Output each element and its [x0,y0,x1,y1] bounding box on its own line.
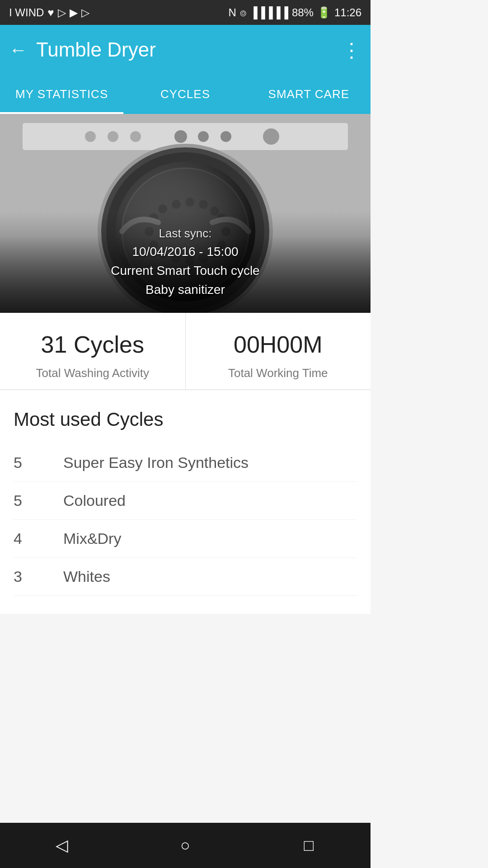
cycle-name-3: Mix&Dry [63,530,357,547]
device-image-area: Last sync: 10/04/2016 - 15:00 Current Sm… [0,114,371,313]
nav-recent-icon: □ [304,836,314,855]
svg-point-5 [130,131,141,142]
status-bar: I WIND ♥ ▷ ▶ ▷ N ⌾ ▐▐▐▐▐ 88% 🔋 11:26 [0,0,371,25]
tab-bar: MY STATISTICS CYCLES SMART CARE [0,75,371,114]
carrier-text: I WIND [9,6,44,19]
nav-home-icon: ○ [180,836,190,855]
menu-button[interactable]: ⋮ [342,38,361,61]
svg-point-7 [198,131,209,142]
health-icon: ♥ [47,6,54,19]
tab-my-statistics-label: MY STATISTICS [15,87,108,101]
cycle-count-4: 3 [14,568,45,585]
last-sync-date: 10/04/2016 - 15:00 [14,242,357,261]
svg-point-9 [263,128,279,145]
tab-smart-care-label: SMART CARE [268,87,350,101]
time-text: 11:26 [334,6,361,19]
battery-text: 88% [292,6,314,19]
nav-home-button[interactable]: ○ [172,832,199,859]
sync-info: Last sync: 10/04/2016 - 15:00 Current Sm… [14,225,357,299]
play-icon: ▷ [58,6,66,19]
app-bar: ← Tumble Dryer ⋮ [0,25,371,75]
cycle-count-1: 5 [14,454,45,472]
list-item: 4 Mix&Dry [14,520,357,558]
device-image-overlay: Last sync: 10/04/2016 - 15:00 Current Sm… [0,211,371,313]
status-left: I WIND ♥ ▷ ▶ ▷ [9,6,89,19]
stat-washing-value: 31 Cycles [9,331,176,358]
list-item: 5 Coloured [14,482,357,520]
cycle-name-1: Super Easy Iron Synthetics [63,454,357,472]
svg-point-3 [85,131,96,142]
cycle-name: Baby sanitizer [14,280,357,299]
svg-point-4 [108,131,118,142]
tab-cycles-label: CYCLES [160,87,210,101]
stat-total-working: 00H00M Total Working Time [186,313,371,389]
cycle-count-2: 5 [14,492,45,509]
tab-smart-care[interactable]: SMART CARE [247,75,371,114]
cycle-name-2: Coloured [63,492,357,509]
stats-row: 31 Cycles Total Washing Activity 00H00M … [0,313,371,390]
stat-washing-label: Total Washing Activity [36,366,149,380]
cast2-icon: ▷ [81,6,89,19]
list-item: 3 Whites [14,558,357,596]
last-sync-label: Last sync: [14,225,357,242]
nav-back-icon: ◁ [56,836,68,855]
cycle-label: Current Smart Touch cycle [14,261,357,280]
svg-point-8 [221,131,231,142]
stat-working-value: 00H00M [195,331,362,358]
stat-total-washing: 31 Cycles Total Washing Activity [0,313,186,389]
tab-cycles[interactable]: CYCLES [123,75,247,114]
cycle-count-3: 4 [14,530,45,547]
back-button[interactable]: ← [9,40,27,60]
nav-recent-button[interactable]: □ [295,832,322,859]
bottom-nav: ◁ ○ □ [0,823,371,868]
signal-icon: ▐▐▐▐▐ [250,6,288,19]
list-item: 5 Super Easy Iron Synthetics [14,444,357,482]
status-right: N ⌾ ▐▐▐▐▐ 88% 🔋 11:26 [229,6,361,19]
stat-working-label: Total Working Time [228,366,328,380]
cycle-name-4: Whites [63,568,357,585]
tab-my-statistics[interactable]: MY STATISTICS [0,75,123,114]
wifi-icon: ⌾ [240,6,246,19]
cycles-section: Most used Cycles 5 Super Easy Iron Synth… [0,391,371,614]
cycles-section-title: Most used Cycles [14,409,357,430]
nav-back-button[interactable]: ◁ [48,832,75,859]
battery-icon: 🔋 [317,6,331,19]
cast-icon: ▶ [70,6,78,19]
svg-point-6 [174,130,187,143]
nfc-icon: N [229,6,236,19]
page-title: Tumble Dryer [36,38,342,61]
